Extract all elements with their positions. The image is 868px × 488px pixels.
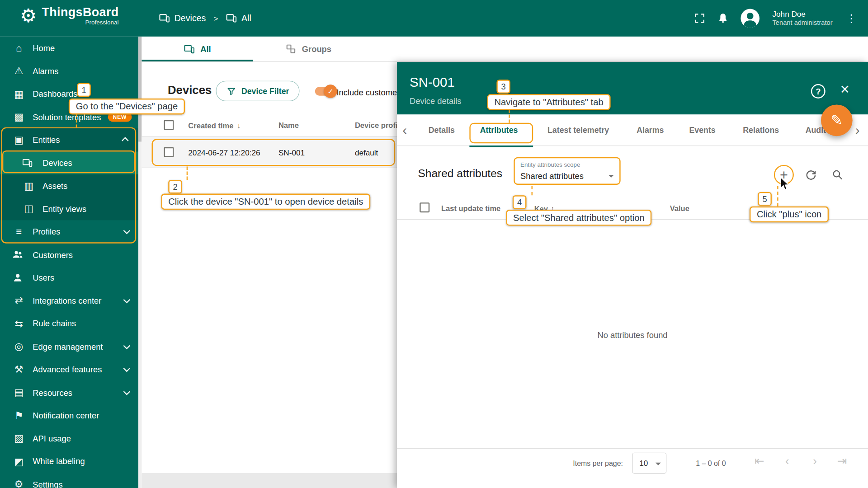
attributes-select-all-checkbox[interactable] [420,202,429,212]
tab-relations[interactable]: Relations [743,114,779,145]
entities-icon: ▣ [12,135,25,145]
refresh-button[interactable] [804,168,817,181]
sidebar-item-home[interactable]: ⌂ Home [0,37,138,60]
api-usage-icon: ▨ [12,433,25,443]
sidebar-item-label: Entity views [42,204,86,214]
sidebar-item-users[interactable]: Users [0,266,138,289]
app-logo[interactable]: ⚙ ThingsBoard Professional [20,5,119,25]
empty-state-text: No attributes found [397,330,868,340]
first-page-button[interactable]: ⇤ [752,454,767,467]
bell-icon [717,12,729,24]
integrations-icon: ⇄ [12,296,25,305]
device-filter-button[interactable]: Device Filter [216,81,300,101]
help-button[interactable]: ? [811,84,826,99]
chevron-left-icon: ‹ [785,454,789,467]
sidebar-item-notification-center[interactable]: ⚑ Notification center [0,404,138,427]
sidebar-item-integrations-center[interactable]: ⇄ Integrations center [0,289,138,312]
users-icon [12,272,25,283]
tabs-scroll-left-button[interactable]: ‹ [402,114,407,145]
column-header-value[interactable]: Value [670,204,689,212]
sidebar-item-resources[interactable]: ▤ Resources [0,381,138,404]
breadcrumb-label: Devices [175,13,206,23]
attributes-heading: Shared attributes [418,167,502,180]
cell-created-time: 2024-06-27 12:20:26 [188,148,260,157]
home-icon: ⌂ [12,43,25,53]
callout-5-connector [777,186,778,206]
tabs-scroll-right-button[interactable]: › [855,114,860,145]
fullscreen-button[interactable] [694,12,706,24]
last-page-button[interactable]: ⇥ [835,454,849,467]
include-customer-toggle[interactable]: ✓ [315,87,335,96]
sidebar-item-profiles[interactable]: ≡ Profiles [0,220,138,243]
breadcrumb-devices[interactable]: Devices [159,13,206,23]
fullscreen-icon [694,12,706,24]
search-button[interactable] [831,169,844,181]
sidebar-scrollbar-thumb[interactable] [138,37,142,142]
sidebar-item-assets[interactable]: ▥ Assets [0,174,138,197]
sidebar-item-rule-chains[interactable]: ⇆ Rule chains [0,312,138,335]
cell-name: SN-001 [278,148,305,157]
sidebar-item-label: Integrations center [33,296,101,305]
column-header-created-time[interactable]: Created time ↓ [188,121,241,130]
tab-label: Events [689,126,715,135]
app-header: ⚙ ThingsBoard Professional Devices > All [0,0,868,37]
items-per-page-select[interactable]: 10 [632,453,666,474]
tab-groups[interactable]: Groups [253,37,364,61]
sidebar-item-label: Notification center [33,411,99,420]
refresh-icon [804,168,817,181]
toggle-check-icon: ✓ [324,84,337,98]
callout-1-connector [76,114,77,128]
column-header-name[interactable]: Name [278,121,299,129]
last-page-icon: ⇥ [837,454,847,467]
attributes-scope-select[interactable]: Entity attributes scope Shared attribute… [514,157,620,185]
avatar[interactable] [740,8,760,28]
edit-fab-button[interactable]: ✎ [821,104,853,136]
callout-4-number: 4 [513,195,527,209]
sidebar-item-customers[interactable]: Customers [0,243,138,266]
device-filter-label: Device Filter [241,87,289,96]
breadcrumb-all[interactable]: All [226,13,251,23]
devices-icon [184,43,194,54]
next-page-button[interactable]: › [808,454,822,467]
dashboards-icon: ▦ [12,89,25,99]
devices-icon [226,13,237,23]
chevron-down-icon [123,388,131,395]
notifications-button[interactable] [717,12,729,24]
tab-all[interactable]: All [142,37,253,61]
sidebar-item-api-usage[interactable]: ▨ API usage [0,427,138,450]
tab-label: All [200,44,211,54]
close-button[interactable]: × [840,82,849,97]
previous-page-button[interactable]: ‹ [780,454,794,467]
sidebar-item-settings[interactable]: ⚙ Settings [0,473,138,488]
tab-events[interactable]: Events [689,114,715,145]
sidebar-item-devices[interactable]: Devices [0,151,138,174]
panel-title: SN-001 [410,75,455,90]
column-header-last-update-time[interactable]: Last update time [441,204,500,212]
tab-attributes[interactable]: Attributes [480,114,518,145]
more-menu-button[interactable]: ⋮ [844,12,859,25]
first-page-icon: ⇤ [755,454,764,467]
tab-alarms[interactable]: Alarms [637,114,664,145]
sidebar-item-entities[interactable]: ▣ Entities [0,128,138,151]
app-name: ThingsBoard [42,5,118,19]
tab-details[interactable]: Details [429,114,455,145]
sidebar-item-alarms[interactable]: ⚠ Alarms [0,60,138,83]
select-all-checkbox[interactable] [164,120,174,130]
tab-latest-telemetry[interactable]: Latest telemetry [547,114,609,145]
sidebar-item-white-labeling[interactable]: ◩ White labeling [0,450,138,473]
page-title: Devices [168,84,212,97]
panel-tabs-bar: ‹ Details Attributes Latest telemetry Al… [397,114,868,146]
sort-desc-icon: ↓ [237,121,241,130]
callout-5-text: Click "plus" icon [750,206,829,223]
pencil-icon: ✎ [830,112,843,129]
sidebar-item-label: Devices [42,158,72,168]
app-edition: Professional [85,19,118,26]
scope-select-value: Shared attributes [520,171,584,180]
row-checkbox[interactable] [164,147,174,157]
sidebar-item-entity-views[interactable]: ◫ Entity views [0,197,138,221]
sidebar-item-advanced-features[interactable]: ⚒ Advanced features [0,358,138,381]
close-icon: × [840,81,849,98]
breadcrumb-label: All [241,13,251,23]
sidebar-item-edge-management[interactable]: ◎ Edge management [0,335,138,358]
groups-icon [286,44,296,54]
